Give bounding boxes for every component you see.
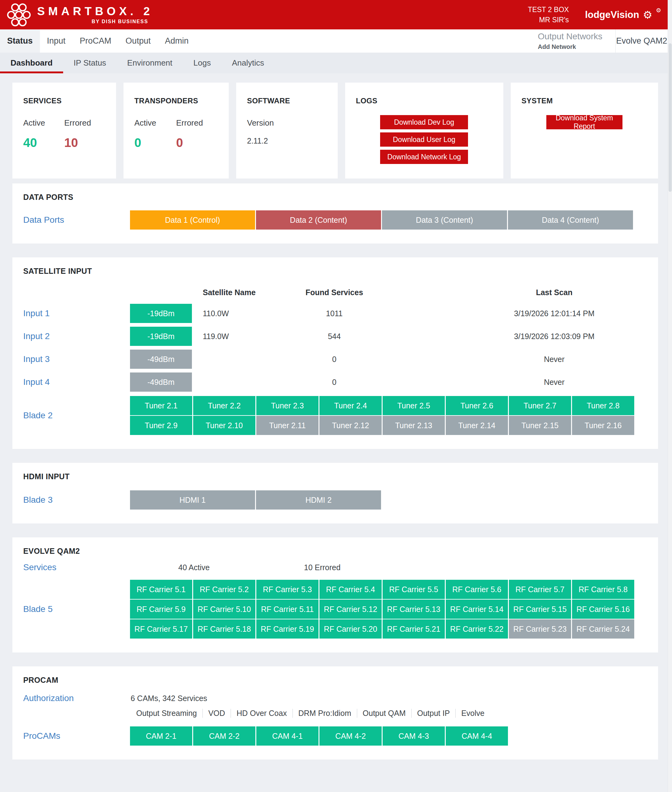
vertical-scrollbar-thumb[interactable] — [669, 43, 672, 192]
rf-carrier-box[interactable]: RF Carrier 5.14 — [446, 600, 508, 619]
blade-3-link[interactable]: Blade 3 — [23, 495, 130, 505]
input-link[interactable]: Input 1 — [23, 308, 130, 318]
rf-carrier-box[interactable]: RF Carrier 5.17 — [130, 620, 192, 639]
tuner-box[interactable]: Tuner 2.8 — [572, 396, 634, 415]
rf-carrier-box[interactable]: RF Carrier 5.2 — [193, 580, 255, 599]
rf-carrier-box[interactable]: RF Carrier 5.12 — [320, 600, 382, 619]
procams-link[interactable]: ProCAMs — [23, 731, 130, 741]
hdmi-box[interactable]: HDMI 1 — [130, 490, 255, 509]
tuner-box[interactable]: Tuner 2.15 — [509, 416, 571, 435]
rf-carrier-box[interactable]: RF Carrier 5.4 — [320, 580, 382, 599]
tuner-box[interactable]: Tuner 2.11 — [256, 416, 318, 435]
services-link[interactable]: Services — [23, 562, 130, 572]
rf-carrier-box[interactable]: RF Carrier 5.13 — [382, 600, 445, 619]
signal-level-box[interactable]: -49dBm — [130, 372, 192, 392]
rf-carrier-box[interactable]: RF Carrier 5.22 — [446, 620, 508, 639]
download-log-button[interactable]: Download Dev Log — [380, 115, 468, 129]
main-nav-tab[interactable]: ProCAM — [73, 29, 118, 53]
hdmi-box[interactable]: HDMI 2 — [256, 490, 381, 509]
partner-brand-label: lodgeVision — [585, 9, 639, 21]
data-ports-link[interactable]: Data Ports — [23, 215, 130, 225]
input-link[interactable]: Input 2 — [23, 331, 130, 341]
main-nav-tab[interactable]: Input — [40, 29, 73, 53]
rf-carrier-box[interactable]: RF Carrier 5.9 — [130, 600, 192, 619]
hdmi-boxes: HDMI 1 HDMI 2 — [130, 490, 381, 509]
main-nav-tab[interactable]: Status — [0, 29, 40, 53]
data-port-box[interactable]: Data 4 (Content) — [508, 210, 633, 230]
header-right: TEST 2 BOX MR SIR's lodgeVision ⚙⚙ — [528, 5, 657, 24]
procam-feature: Output IP — [412, 709, 456, 718]
signal-level-box[interactable]: -49dBm — [130, 350, 192, 369]
add-network-button[interactable]: Add Network — [538, 43, 602, 50]
tuner-box[interactable]: Tuner 2.3 — [256, 396, 318, 415]
summary-cards: SERVICES Active Errored 40 10 TRANSPONDE… — [13, 83, 658, 179]
services-active-value: 40 — [23, 136, 64, 150]
data-port-box[interactable]: Data 1 (Control) — [130, 210, 255, 230]
sub-nav-tab[interactable]: Dashboard — [0, 53, 63, 73]
rf-carrier-box[interactable]: RF Carrier 5.19 — [256, 620, 318, 639]
vertical-scrollbar-track[interactable] — [668, 0, 672, 792]
download-system-report-button[interactable]: Download System Report — [546, 115, 622, 129]
cam-box[interactable]: CAM 4-1 — [256, 727, 318, 746]
gears-icon[interactable]: ⚙⚙ — [643, 10, 657, 20]
rf-carrier-box[interactable]: RF Carrier 5.24 — [572, 620, 634, 639]
rf-carrier-box[interactable]: RF Carrier 5.3 — [256, 580, 318, 599]
tuner-box[interactable]: Tuner 2.12 — [320, 416, 382, 435]
input-link[interactable]: Input 3 — [23, 354, 130, 364]
rf-carrier-box[interactable]: RF Carrier 5.11 — [256, 600, 318, 619]
rf-carrier-box[interactable]: RF Carrier 5.1 — [130, 580, 192, 599]
rf-carrier-box[interactable]: RF Carrier 5.23 — [509, 620, 571, 639]
input-link[interactable]: Input 4 — [23, 377, 130, 387]
rf-carrier-box[interactable]: RF Carrier 5.21 — [382, 620, 445, 639]
transponders-card-title: TRANSPONDERS — [134, 97, 218, 105]
sub-nav-tab[interactable]: IP Status — [63, 53, 117, 73]
data-port-box[interactable]: Data 2 (Content) — [256, 210, 381, 230]
data-port-boxes: Data 1 (Control) Data 2 (Content) Data 3… — [130, 210, 647, 230]
found-services-value: 544 — [269, 332, 399, 341]
app-header: SMARTBOX. 2 BY DISH BUSINESS TEST 2 BOX … — [0, 0, 668, 29]
rf-carrier-box[interactable]: RF Carrier 5.18 — [193, 620, 255, 639]
cam-box[interactable]: CAM 4-4 — [446, 727, 508, 746]
rf-carrier-box[interactable]: RF Carrier 5.16 — [572, 600, 634, 619]
sub-nav-tab[interactable]: Environment — [117, 53, 183, 73]
tuner-box[interactable]: Tuner 2.10 — [193, 416, 255, 435]
rf-carrier-box[interactable]: RF Carrier 5.8 — [572, 580, 634, 599]
tuner-box[interactable]: Tuner 2.16 — [572, 416, 634, 435]
rf-carrier-box[interactable]: RF Carrier 5.10 — [193, 600, 255, 619]
cam-box[interactable]: CAM 2-1 — [130, 727, 192, 746]
tuner-box[interactable]: Tuner 2.9 — [130, 416, 192, 435]
tuner-box[interactable]: Tuner 2.6 — [446, 396, 508, 415]
cam-box[interactable]: CAM 4-2 — [320, 727, 382, 746]
col-satellite-name: Satellite Name — [192, 288, 269, 297]
tuner-box[interactable]: Tuner 2.4 — [320, 396, 382, 415]
tuner-box[interactable]: Tuner 2.1 — [130, 396, 192, 415]
tuner-box[interactable]: Tuner 2.2 — [193, 396, 255, 415]
download-log-button[interactable]: Download User Log — [380, 133, 468, 147]
cam-box[interactable]: CAM 2-2 — [193, 727, 255, 746]
blade-5-link[interactable]: Blade 5 — [23, 604, 130, 614]
main-nav-tab[interactable]: Admin — [158, 29, 196, 53]
satellite-input-section: SATELLITE INPUT Satellite Name Found Ser… — [13, 257, 658, 449]
network-tab-evolve-qam2[interactable]: Evolve QAM2 — [615, 29, 668, 53]
sub-nav-tab[interactable]: Analytics — [221, 53, 275, 73]
sub-nav-tab[interactable]: Logs — [183, 53, 221, 73]
tuner-box[interactable]: Tuner 2.13 — [382, 416, 445, 435]
authorization-link[interactable]: Authorization — [23, 693, 130, 703]
procam-feature: Output Streaming — [131, 709, 203, 718]
rf-carrier-box[interactable]: RF Carrier 5.7 — [509, 580, 571, 599]
signal-level-box[interactable]: -19dBm — [130, 327, 192, 346]
tuner-box[interactable]: Tuner 2.7 — [509, 396, 571, 415]
rf-carrier-box[interactable]: RF Carrier 5.15 — [509, 600, 571, 619]
rf-carrier-box[interactable]: RF Carrier 5.20 — [320, 620, 382, 639]
rf-carrier-box[interactable]: RF Carrier 5.5 — [382, 580, 445, 599]
blade-2-link[interactable]: Blade 2 — [23, 410, 130, 420]
tuner-box[interactable]: Tuner 2.14 — [446, 416, 508, 435]
signal-level-box[interactable]: -19dBm — [130, 304, 192, 323]
hdmi-input-section: HDMI INPUT Blade 3 HDMI 1 HDMI 2 — [13, 463, 658, 524]
rf-carrier-box[interactable]: RF Carrier 5.6 — [446, 580, 508, 599]
cam-box[interactable]: CAM 4-3 — [382, 727, 445, 746]
main-nav-tab[interactable]: Output — [118, 29, 158, 53]
tuner-box[interactable]: Tuner 2.5 — [382, 396, 445, 415]
data-port-box[interactable]: Data 3 (Content) — [382, 210, 507, 230]
download-log-button[interactable]: Download Network Log — [380, 150, 468, 164]
